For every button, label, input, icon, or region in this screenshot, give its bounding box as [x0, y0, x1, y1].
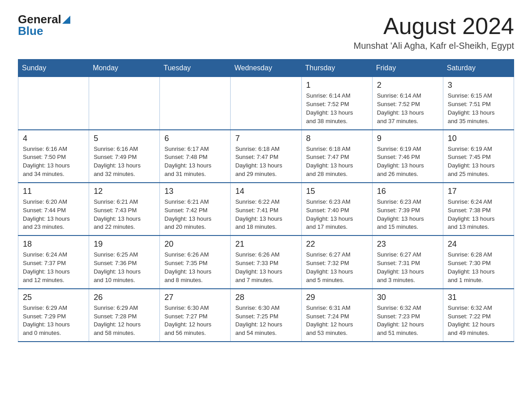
day-number: 17	[448, 187, 509, 196]
day-number: 22	[306, 240, 368, 249]
day-number: 12	[94, 187, 155, 196]
calendar-day: 31Sunrise: 6:32 AM Sunset: 7:22 PM Dayli…	[443, 289, 514, 342]
calendar-day: 29Sunrise: 6:31 AM Sunset: 7:24 PM Dayli…	[301, 289, 372, 342]
day-info: Sunrise: 6:18 AM Sunset: 7:47 PM Dayligh…	[235, 145, 296, 179]
day-number: 16	[377, 187, 438, 196]
day-number: 8	[306, 134, 368, 143]
day-info: Sunrise: 6:28 AM Sunset: 7:30 PM Dayligh…	[448, 251, 509, 284]
calendar-day: 30Sunrise: 6:32 AM Sunset: 7:23 PM Dayli…	[372, 289, 443, 342]
day-info: Sunrise: 6:26 AM Sunset: 7:35 PM Dayligh…	[164, 251, 226, 284]
calendar-day: 23Sunrise: 6:27 AM Sunset: 7:31 PM Dayli…	[372, 235, 443, 288]
calendar-day: 1Sunrise: 6:14 AM Sunset: 7:52 PM Daylig…	[301, 77, 372, 130]
logo: General Blue	[18, 13, 70, 37]
calendar-day	[231, 77, 301, 130]
calendar-day: 26Sunrise: 6:29 AM Sunset: 7:28 PM Dayli…	[89, 289, 160, 342]
day-number: 26	[94, 293, 155, 302]
calendar-day	[18, 77, 89, 130]
calendar-day: 6Sunrise: 6:17 AM Sunset: 7:48 PM Daylig…	[160, 130, 231, 183]
calendar-day: 7Sunrise: 6:18 AM Sunset: 7:47 PM Daylig…	[231, 130, 301, 183]
calendar-week-1: 1Sunrise: 6:14 AM Sunset: 7:52 PM Daylig…	[18, 77, 514, 130]
calendar-day: 19Sunrise: 6:25 AM Sunset: 7:36 PM Dayli…	[89, 235, 160, 288]
calendar-table: SundayMondayTuesdayWednesdayThursdayFrid…	[18, 59, 514, 342]
calendar-week-5: 25Sunrise: 6:29 AM Sunset: 7:29 PM Dayli…	[18, 289, 514, 342]
col-header-sunday: Sunday	[18, 60, 89, 77]
month-title: August 2024	[354, 13, 514, 39]
day-number: 7	[235, 134, 296, 143]
calendar-day: 9Sunrise: 6:19 AM Sunset: 7:46 PM Daylig…	[372, 130, 443, 183]
calendar-day: 8Sunrise: 6:18 AM Sunset: 7:47 PM Daylig…	[301, 130, 372, 183]
day-number: 31	[448, 293, 509, 302]
day-number: 10	[448, 134, 509, 143]
day-info: Sunrise: 6:27 AM Sunset: 7:32 PM Dayligh…	[306, 251, 368, 284]
calendar-day: 28Sunrise: 6:30 AM Sunset: 7:25 PM Dayli…	[231, 289, 301, 342]
day-info: Sunrise: 6:21 AM Sunset: 7:42 PM Dayligh…	[164, 198, 226, 231]
day-number: 27	[164, 293, 226, 302]
calendar-day	[89, 77, 160, 130]
day-info: Sunrise: 6:25 AM Sunset: 7:36 PM Dayligh…	[94, 251, 155, 284]
day-number: 23	[377, 240, 438, 249]
day-number: 3	[448, 81, 509, 90]
calendar-day: 13Sunrise: 6:21 AM Sunset: 7:42 PM Dayli…	[160, 183, 231, 235]
col-header-friday: Friday	[372, 60, 443, 77]
day-info: Sunrise: 6:27 AM Sunset: 7:31 PM Dayligh…	[377, 251, 438, 284]
day-info: Sunrise: 6:18 AM Sunset: 7:47 PM Dayligh…	[306, 145, 368, 179]
day-number: 25	[23, 293, 84, 302]
calendar-header-row: SundayMondayTuesdayWednesdayThursdayFrid…	[18, 60, 514, 77]
col-header-tuesday: Tuesday	[160, 60, 231, 77]
day-info: Sunrise: 6:21 AM Sunset: 7:43 PM Dayligh…	[94, 198, 155, 231]
day-number: 21	[235, 240, 296, 249]
col-header-thursday: Thursday	[301, 60, 372, 77]
day-number: 2	[377, 81, 438, 90]
calendar-day: 18Sunrise: 6:24 AM Sunset: 7:37 PM Dayli…	[18, 235, 89, 288]
calendar-day: 22Sunrise: 6:27 AM Sunset: 7:32 PM Dayli…	[301, 235, 372, 288]
day-number: 11	[23, 187, 84, 196]
calendar-day: 17Sunrise: 6:24 AM Sunset: 7:38 PM Dayli…	[443, 183, 514, 235]
day-number: 24	[448, 240, 509, 249]
calendar-day: 10Sunrise: 6:19 AM Sunset: 7:45 PM Dayli…	[443, 130, 514, 183]
day-info: Sunrise: 6:19 AM Sunset: 7:45 PM Dayligh…	[448, 145, 509, 179]
day-info: Sunrise: 6:14 AM Sunset: 7:52 PM Dayligh…	[306, 92, 368, 125]
col-header-saturday: Saturday	[443, 60, 514, 77]
logo-blue-text: Blue	[18, 25, 43, 37]
logo-triangle-icon	[62, 16, 70, 24]
calendar-day: 25Sunrise: 6:29 AM Sunset: 7:29 PM Dayli…	[18, 289, 89, 342]
calendar-week-2: 4Sunrise: 6:16 AM Sunset: 7:50 PM Daylig…	[18, 130, 514, 183]
col-header-wednesday: Wednesday	[231, 60, 301, 77]
day-info: Sunrise: 6:14 AM Sunset: 7:52 PM Dayligh…	[377, 92, 438, 125]
header-right: August 2024 Munshat 'Ali Agha, Kafr el-S…	[354, 13, 514, 51]
day-number: 20	[164, 240, 226, 249]
calendar-day: 4Sunrise: 6:16 AM Sunset: 7:50 PM Daylig…	[18, 130, 89, 183]
calendar-day: 16Sunrise: 6:23 AM Sunset: 7:39 PM Dayli…	[372, 183, 443, 235]
calendar-week-3: 11Sunrise: 6:20 AM Sunset: 7:44 PM Dayli…	[18, 183, 514, 235]
calendar-day: 21Sunrise: 6:26 AM Sunset: 7:33 PM Dayli…	[231, 235, 301, 288]
calendar-day: 24Sunrise: 6:28 AM Sunset: 7:30 PM Dayli…	[443, 235, 514, 288]
day-info: Sunrise: 6:30 AM Sunset: 7:25 PM Dayligh…	[235, 304, 296, 338]
day-info: Sunrise: 6:16 AM Sunset: 7:49 PM Dayligh…	[94, 145, 155, 179]
calendar-day: 20Sunrise: 6:26 AM Sunset: 7:35 PM Dayli…	[160, 235, 231, 288]
calendar-week-4: 18Sunrise: 6:24 AM Sunset: 7:37 PM Dayli…	[18, 235, 514, 288]
day-info: Sunrise: 6:15 AM Sunset: 7:51 PM Dayligh…	[448, 92, 509, 125]
day-info: Sunrise: 6:24 AM Sunset: 7:37 PM Dayligh…	[23, 251, 84, 284]
day-info: Sunrise: 6:20 AM Sunset: 7:44 PM Dayligh…	[23, 198, 84, 231]
day-number: 14	[235, 187, 296, 196]
day-number: 1	[306, 81, 368, 90]
day-info: Sunrise: 6:23 AM Sunset: 7:40 PM Dayligh…	[306, 198, 368, 231]
day-number: 9	[377, 134, 438, 143]
calendar-day: 3Sunrise: 6:15 AM Sunset: 7:51 PM Daylig…	[443, 77, 514, 130]
day-number: 18	[23, 240, 84, 249]
page-header: General Blue August 2024 Munshat 'Ali Ag…	[18, 13, 514, 51]
calendar-day: 15Sunrise: 6:23 AM Sunset: 7:40 PM Dayli…	[301, 183, 372, 235]
day-number: 4	[23, 134, 84, 143]
day-number: 30	[377, 293, 438, 302]
svg-marker-0	[62, 16, 70, 24]
day-info: Sunrise: 6:29 AM Sunset: 7:28 PM Dayligh…	[94, 304, 155, 338]
day-info: Sunrise: 6:32 AM Sunset: 7:22 PM Dayligh…	[448, 304, 509, 338]
calendar-day: 14Sunrise: 6:22 AM Sunset: 7:41 PM Dayli…	[231, 183, 301, 235]
day-number: 29	[306, 293, 368, 302]
day-info: Sunrise: 6:19 AM Sunset: 7:46 PM Dayligh…	[377, 145, 438, 179]
calendar-day: 5Sunrise: 6:16 AM Sunset: 7:49 PM Daylig…	[89, 130, 160, 183]
location-title: Munshat 'Ali Agha, Kafr el-Sheikh, Egypt	[354, 41, 514, 51]
day-info: Sunrise: 6:23 AM Sunset: 7:39 PM Dayligh…	[377, 198, 438, 231]
day-number: 15	[306, 187, 368, 196]
calendar-day	[160, 77, 231, 130]
